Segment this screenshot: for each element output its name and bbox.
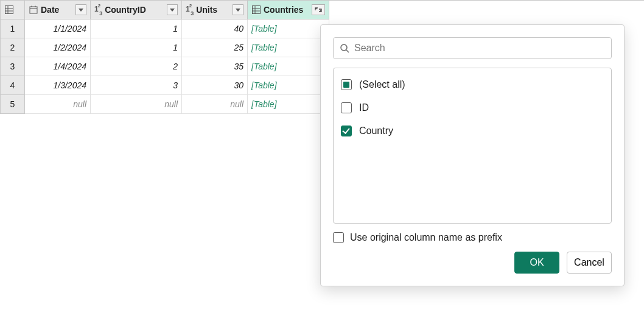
svg-point-12 bbox=[341, 44, 347, 51]
row-number[interactable]: 1 bbox=[1, 19, 25, 38]
row-number[interactable]: 4 bbox=[1, 76, 25, 95]
search-icon bbox=[340, 43, 349, 53]
column-label: CountryID bbox=[105, 1, 164, 19]
checkbox-use-prefix[interactable] bbox=[333, 232, 344, 243]
cell-units[interactable]: 30 bbox=[182, 76, 248, 95]
checkbox-select-all[interactable] bbox=[341, 79, 352, 90]
cancel-button[interactable]: Cancel bbox=[567, 252, 612, 274]
filter-button-countryid[interactable] bbox=[167, 4, 178, 15]
option-label: ID bbox=[359, 102, 369, 113]
cell-countryid[interactable]: 2 bbox=[91, 57, 182, 76]
cell-countries[interactable]: [Table] bbox=[248, 38, 329, 57]
search-input[interactable] bbox=[354, 43, 605, 54]
row-number[interactable]: 2 bbox=[1, 38, 25, 57]
cell-countryid[interactable]: 3 bbox=[91, 76, 182, 95]
cell-countryid[interactable]: 1 bbox=[91, 19, 182, 38]
cell-units[interactable]: 25 bbox=[182, 38, 248, 57]
cell-units[interactable]: 40 bbox=[182, 19, 248, 38]
option-id[interactable]: ID bbox=[334, 96, 611, 119]
filter-button-units[interactable] bbox=[233, 4, 243, 15]
cell-countryid[interactable]: null bbox=[91, 95, 182, 114]
option-label: (Select all) bbox=[359, 79, 405, 90]
search-field[interactable] bbox=[333, 37, 612, 59]
checkbox-country[interactable] bbox=[341, 126, 352, 136]
ok-button[interactable]: OK bbox=[514, 252, 559, 274]
use-prefix-option[interactable]: Use original column name as prefix bbox=[333, 232, 612, 243]
cell-date[interactable]: 1/3/2024 bbox=[25, 76, 91, 95]
cell-countryid[interactable]: 1 bbox=[91, 38, 182, 57]
popup-button-row: OK Cancel bbox=[333, 252, 612, 274]
number-type-icon: 123 bbox=[186, 1, 194, 19]
checkbox-id[interactable] bbox=[341, 102, 352, 113]
cell-countries[interactable]: [Table] bbox=[248, 57, 329, 76]
option-country[interactable]: Country bbox=[334, 119, 611, 143]
column-header-units[interactable]: 123 Units bbox=[182, 1, 248, 19]
svg-rect-8 bbox=[253, 6, 261, 14]
option-label: Country bbox=[359, 126, 393, 136]
cell-date[interactable]: 1/2/2024 bbox=[25, 38, 91, 57]
column-header-date[interactable]: Date bbox=[25, 1, 91, 19]
expand-icon bbox=[313, 6, 323, 13]
row-number[interactable]: 5 bbox=[1, 95, 25, 114]
calendar-icon bbox=[29, 5, 38, 15]
use-prefix-label: Use original column name as prefix bbox=[350, 232, 502, 243]
expand-button-countries[interactable] bbox=[312, 4, 325, 15]
table-icon bbox=[251, 5, 261, 15]
column-label: Date bbox=[41, 1, 73, 19]
cell-countries[interactable]: [Table] bbox=[248, 76, 329, 95]
table-icon bbox=[4, 5, 14, 15]
cell-date[interactable]: null bbox=[25, 95, 91, 114]
expand-column-popup: (Select all) ID Country Use original col… bbox=[320, 24, 625, 286]
row-number[interactable]: 3 bbox=[1, 57, 25, 76]
number-type-icon: 123 bbox=[94, 1, 102, 19]
column-header-countries[interactable]: Countries bbox=[248, 1, 329, 19]
column-label: Countries bbox=[264, 1, 309, 19]
svg-line-13 bbox=[346, 50, 349, 52]
cell-units[interactable]: 35 bbox=[182, 57, 248, 76]
cell-countries[interactable]: [Table] bbox=[248, 95, 329, 114]
cell-countries[interactable]: [Table] bbox=[248, 19, 329, 38]
option-select-all[interactable]: (Select all) bbox=[334, 73, 611, 96]
cell-units[interactable]: null bbox=[182, 95, 248, 114]
column-options-list: (Select all) ID Country bbox=[333, 68, 612, 224]
filter-button-date[interactable] bbox=[75, 4, 86, 15]
column-header-countryid[interactable]: 123 CountryID bbox=[91, 1, 182, 19]
svg-rect-4 bbox=[30, 7, 37, 13]
cell-date[interactable]: 1/4/2024 bbox=[25, 57, 91, 76]
row-header-corner[interactable] bbox=[1, 1, 25, 19]
svg-rect-0 bbox=[5, 6, 13, 14]
cell-date[interactable]: 1/1/2024 bbox=[25, 19, 91, 38]
column-label: Units bbox=[196, 1, 230, 19]
